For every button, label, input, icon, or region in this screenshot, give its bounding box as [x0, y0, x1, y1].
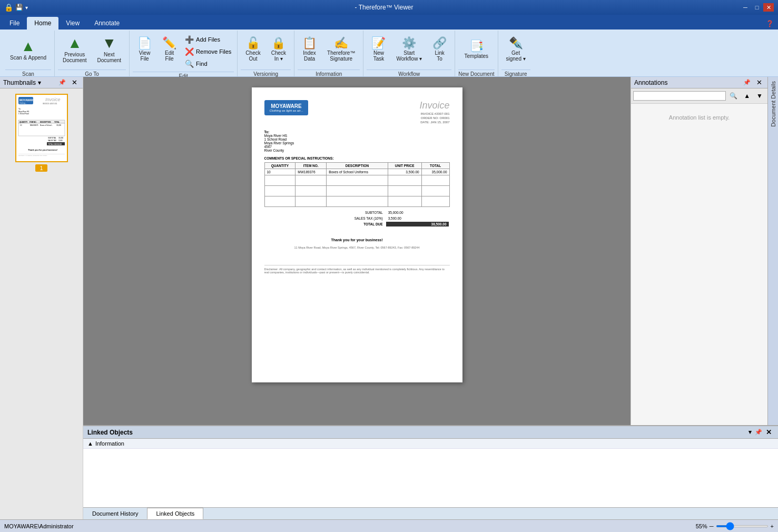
- thumbnails-close-button[interactable]: ✕: [70, 78, 80, 86]
- view-icon: 📄: [137, 37, 152, 49]
- zoom-decrease-icon[interactable]: ─: [710, 523, 714, 529]
- close-button[interactable]: ✕: [763, 3, 774, 12]
- svg-text:38,500: 38,500: [57, 143, 62, 145]
- thumbnails-container: MOYAWARE Clothing... Invoice INVOICE #20…: [0, 88, 83, 177]
- ribbon-group-goto: ▲ PreviousDocument ▼ NextDocument Go To: [55, 31, 130, 76]
- annotations-header: Annotations 📌 ✕: [631, 77, 767, 88]
- check-in-button[interactable]: 🔒 CheckIn ▾: [267, 32, 291, 67]
- therefore-sig-icon: ✍️: [334, 37, 348, 49]
- annotations-empty-message: Annotation list is empty.: [631, 104, 767, 131]
- ribbon-group-new-document: 📑 Templates New Document: [455, 31, 498, 76]
- check-out-button[interactable]: 🔓 CheckOut: [241, 32, 265, 67]
- page-number-1: 1: [35, 164, 47, 172]
- svg-text:MOYAWARE: MOYAWARE: [19, 98, 35, 102]
- templates-button[interactable]: 📑 Templates: [460, 32, 494, 67]
- document-viewer[interactable]: MOYAWARE Clothing as light as air... Inv…: [83, 77, 631, 425]
- app-icon: 🔒: [4, 3, 13, 12]
- annotations-sort-up-button[interactable]: ▲: [741, 91, 753, 101]
- app-container: 🔒 💾 ▾ - Therefore™ Viewer ─ □ ✕ File Hom…: [0, 0, 778, 532]
- svg-text:Thank you for your business!: Thank you for your business!: [28, 149, 57, 151]
- index-data-button[interactable]: 📋 IndexData: [298, 32, 321, 67]
- next-icon: ▼: [102, 36, 116, 51]
- linked-objects-content-empty: [83, 449, 778, 501]
- index-icon: 📋: [302, 37, 317, 49]
- edit-file-button[interactable]: ✏️ EditFile: [157, 32, 181, 67]
- annotations-search-button[interactable]: 🔍: [727, 91, 740, 101]
- workflow-icon: ⚙️: [402, 37, 416, 49]
- svg-text:10: 10: [20, 124, 22, 126]
- tab-document-history[interactable]: Document History: [83, 508, 147, 519]
- annotations-search-input[interactable]: [633, 91, 726, 101]
- svg-rect-27: [18, 154, 65, 154]
- help-button[interactable]: ❓: [762, 18, 778, 29]
- svg-text:To:: To:: [18, 108, 21, 110]
- annotations-close-button[interactable]: ✕: [754, 78, 764, 86]
- document-details-label[interactable]: Document Details: [770, 77, 776, 131]
- new-task-button[interactable]: 📝 NewTask: [367, 32, 390, 67]
- remove-icon: ❌: [185, 47, 194, 56]
- remove-files-button[interactable]: ❌ Remove Files: [182, 46, 234, 57]
- zoom-slider[interactable]: [716, 525, 769, 527]
- add-icon: ➕: [185, 35, 194, 44]
- next-document-button[interactable]: ▼ NextDocument: [93, 32, 126, 67]
- svg-text:3,500: 3,500: [58, 140, 63, 142]
- invoice-logo: MOYAWARE Clothing as light as air...: [264, 100, 309, 115]
- scan-append-button[interactable]: ▲ Scan & Append: [5, 32, 51, 67]
- annotations-pin-button[interactable]: 📌: [742, 79, 752, 86]
- svg-text:Clothing...: Clothing...: [19, 102, 27, 104]
- linked-objects-header: Linked Objects ▾ 📌 ✕: [83, 426, 778, 439]
- templates-icon: 📑: [469, 41, 484, 52]
- linked-objects-pin-button[interactable]: 📌: [753, 429, 764, 436]
- thumbnail-page-1[interactable]: MOYAWARE Clothing... Invoice INVOICE #20…: [15, 94, 68, 172]
- svg-text:TOTAL DUE: TOTAL DUE: [48, 143, 57, 145]
- tab-view[interactable]: View: [58, 17, 87, 29]
- task-icon: 📝: [371, 37, 386, 49]
- status-zoom: 55% ─ +: [696, 523, 774, 529]
- invoice-table: QUANTITY ITEM NO. DESCRIPTION UNIT PRICE…: [264, 162, 450, 207]
- zoom-increase-icon[interactable]: +: [771, 523, 774, 529]
- invoice-to-section: To: Moya River HS 1 School Road Moya Riv…: [264, 130, 450, 152]
- ribbon-group-versioning: 🔓 CheckOut 🔒 CheckIn ▾ Versioning: [238, 31, 294, 76]
- thumbnails-dropdown-icon: ▾: [38, 79, 41, 86]
- title-bar-left: 🔒 💾 ▾: [4, 3, 28, 12]
- zoom-value: 55%: [696, 523, 707, 529]
- thumbnails-pin-button[interactable]: 📌: [57, 79, 67, 86]
- link-to-button[interactable]: 🔗 LinkTo: [428, 32, 451, 67]
- linked-objects-close-button[interactable]: ✕: [764, 428, 774, 436]
- tab-bar: Document History Linked Objects: [83, 507, 778, 519]
- add-files-button[interactable]: ➕ Add Files: [182, 34, 234, 45]
- document-details-sidebar[interactable]: Document Details: [767, 77, 778, 425]
- annotations-toolbar: 🔍 ▲ ▼: [631, 88, 767, 104]
- tab-annotate[interactable]: Annotate: [87, 17, 127, 29]
- checkin-icon: 🔒: [271, 37, 285, 49]
- linked-objects-minimize-button[interactable]: ▾: [747, 429, 753, 436]
- svg-text:1 School Road: 1 School Road: [18, 113, 29, 115]
- edit-icon: ✏️: [162, 37, 176, 49]
- ribbon-group-scan: ▲ Scan & Append Scan: [2, 31, 55, 76]
- previous-document-button[interactable]: ▲ PreviousDocument: [58, 32, 92, 67]
- svg-text:Invoice: Invoice: [45, 97, 61, 102]
- svg-text:INVOICE #2007-001: INVOICE #2007-001: [43, 103, 57, 105]
- minimize-button[interactable]: ─: [740, 3, 751, 12]
- link-icon: 🔗: [432, 37, 447, 49]
- save-icon: 💾: [15, 4, 23, 11]
- thumbnails-label: Thumbnails: [3, 79, 36, 86]
- maximize-button[interactable]: □: [752, 3, 762, 12]
- annotations-sort-down-button[interactable]: ▼: [754, 91, 765, 101]
- find-button[interactable]: 🔍 Find: [182, 58, 234, 70]
- get-signed-button[interactable]: ✒️ Getsigned ▾: [501, 32, 530, 67]
- find-icon: 🔍: [185, 60, 194, 68]
- start-workflow-button[interactable]: ⚙️ StartWorkflow ▾: [391, 32, 427, 67]
- linked-objects-info-label: Information: [95, 440, 124, 447]
- ribbon-group-signature: ✒️ Getsigned ▾ Signature: [498, 31, 534, 76]
- svg-text:ITEM NO.: ITEM NO.: [29, 121, 36, 123]
- bottom-strip: Linked Objects ▾ 📌 ✕ ▲ Information Docum…: [83, 425, 778, 519]
- tab-home[interactable]: Home: [27, 17, 58, 29]
- view-file-button[interactable]: 📄 ViewFile: [133, 32, 156, 67]
- tab-linked-objects[interactable]: Linked Objects: [147, 508, 203, 519]
- main-area: Thumbnails ▾ 📌 ✕ MOYAWARE Clothin: [0, 77, 778, 519]
- svg-text:QUANTITY: QUANTITY: [19, 121, 27, 123]
- invoice-totals: SUBTOTAL 35,000.00 SALES TAX (10%) 3,500…: [264, 209, 450, 228]
- tab-file[interactable]: File: [2, 17, 27, 29]
- therefore-signature-button[interactable]: ✍️ Therefore™Signature: [322, 32, 360, 67]
